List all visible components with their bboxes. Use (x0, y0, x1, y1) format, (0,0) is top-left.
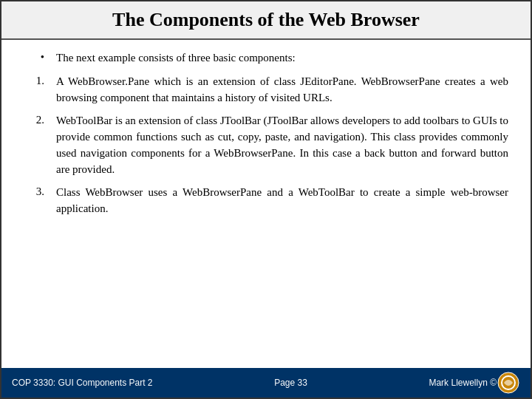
bullet-marker: • (24, 50, 44, 64)
slide-content: • The next example consists of three bas… (1, 40, 531, 368)
slide-header: The Components of the Web Browser (1, 1, 531, 40)
footer-course: COP 3330: GUI Components Part 2 (12, 378, 153, 388)
footer-author: Mark Llewellyn © (429, 378, 497, 388)
slide: The Components of the Web Browser • The … (0, 0, 532, 399)
item-1-text: A WebBrowser.Pane which is an extension … (56, 74, 508, 106)
footer-logo (497, 371, 520, 395)
item-3-text: Class WebBrowser uses a WebBrowserPane a… (56, 185, 508, 217)
footer-right-group: Mark Llewellyn © (429, 371, 520, 395)
list-item-2: 2. WebToolBar is an extension of class J… (24, 113, 508, 177)
footer-page: Page 33 (274, 378, 307, 388)
bullet-intro: • The next example consists of three bas… (24, 50, 508, 66)
list-item-3: 3. Class WebBrowser uses a WebBrowserPan… (24, 185, 508, 217)
list-item-1: 1. A WebBrowser.Pane which is an extensi… (24, 74, 508, 106)
slide-footer: COP 3330: GUI Components Part 2 Page 33 … (1, 368, 531, 398)
item-2-text: WebToolBar is an extension of class JToo… (56, 113, 508, 177)
item-2-number: 2. (24, 113, 44, 126)
slide-title: The Components of the Web Browser (24, 9, 508, 31)
bullet-text: The next example consists of three basic… (56, 50, 296, 66)
item-1-number: 1. (24, 74, 44, 87)
item-3-number: 3. (24, 185, 44, 198)
